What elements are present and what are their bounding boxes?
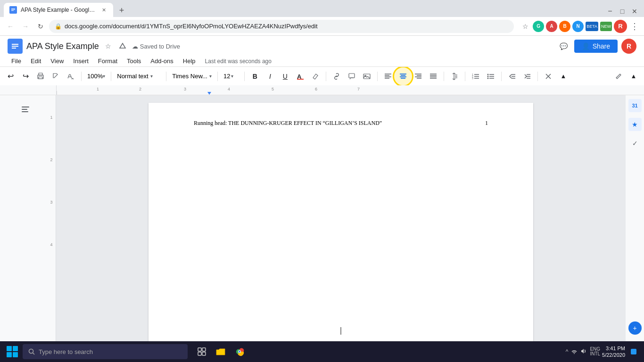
notes-panel-btn[interactable]: ★ — [628, 118, 642, 131]
font-size-select[interactable]: 12 ▾ — [222, 73, 240, 80]
menu-btn[interactable]: ⋮ — [629, 21, 640, 32]
profile-avatar[interactable]: R — [614, 20, 627, 33]
chrome-btn[interactable] — [231, 343, 248, 360]
increase-indent-btn[interactable] — [520, 70, 534, 83]
align-right-btn[interactable] — [412, 70, 425, 83]
saved-badge: ☁ Saved to Drive — [132, 43, 180, 50]
undo-btn[interactable]: ↩ — [4, 70, 17, 83]
align-center-btn[interactable] — [396, 70, 410, 83]
start-btn[interactable] — [4, 343, 21, 360]
share-button[interactable]: 👤 Share — [574, 40, 618, 53]
star-btn[interactable]: ☆ — [520, 21, 531, 32]
url-bar[interactable]: 🔒 docs.google.com/document/d/1YMTnS_oprE… — [49, 20, 514, 33]
collapse-toolbar-btn[interactable]: ▲ — [627, 70, 640, 83]
minimize-btn[interactable]: − — [604, 6, 616, 17]
refresh-btn[interactable]: ↻ — [34, 20, 47, 33]
menu-file[interactable]: File — [8, 56, 25, 66]
line-spacing-btn[interactable] — [448, 70, 461, 83]
decrease-indent-btn[interactable] — [505, 70, 519, 83]
calendar-panel-btn[interactable]: 31 — [628, 99, 642, 112]
svg-point-77 — [239, 351, 240, 353]
justify-btn[interactable] — [427, 70, 440, 83]
ruler-area: 1 2 3 4 5 6 7 — [0, 86, 644, 95]
file-explorer-btn[interactable] — [212, 343, 229, 360]
task-view-btn[interactable] — [193, 343, 210, 360]
doc-title[interactable]: APA Style Example — [26, 41, 99, 51]
extension-beta[interactable]: BETA — [586, 22, 598, 31]
divider-8 — [444, 72, 444, 81]
back-btn[interactable]: ← — [4, 20, 17, 33]
star-doc-btn[interactable]: ☆ — [103, 41, 114, 52]
more-options-btn[interactable]: ▲ — [557, 70, 570, 83]
menu-format[interactable]: Format — [94, 56, 121, 66]
clock[interactable]: 3:41 PM 5/22/2020 — [602, 345, 625, 359]
italic-btn[interactable]: I — [264, 70, 277, 83]
extension-grammarly[interactable]: G — [533, 21, 544, 32]
spellcheck-btn[interactable] — [64, 70, 77, 83]
tab-favicon — [9, 6, 17, 14]
paint-format-btn[interactable] — [49, 70, 62, 83]
divider-1 — [81, 72, 82, 81]
menu-addons[interactable]: Add-ons — [147, 56, 177, 66]
highlight-btn[interactable] — [309, 70, 322, 83]
tray-volume-icon[interactable] — [580, 348, 587, 356]
docs-title-row: APA Style Example ☆ ☁ Saved to Drive 💬 👤… — [8, 39, 636, 56]
menu-insert[interactable]: Insert — [69, 56, 92, 66]
bold-btn[interactable]: B — [248, 70, 262, 83]
user-avatar[interactable]: R — [621, 39, 636, 54]
windows-logo — [7, 346, 18, 357]
svg-text:7: 7 — [357, 87, 360, 91]
edit-mode-btn[interactable] — [612, 70, 625, 83]
link-btn[interactable] — [330, 70, 343, 83]
underline-btn[interactable]: U — [279, 70, 292, 83]
taskbar-search[interactable]: Type here to search — [23, 344, 188, 359]
floating-action-btn[interactable]: + — [628, 321, 642, 335]
tray-icon-1[interactable]: ^ — [566, 348, 569, 355]
zoom-arrow: ▾ — [103, 74, 105, 79]
tray-network-icon[interactable] — [571, 348, 578, 356]
svg-text:6: 6 — [315, 87, 317, 91]
text-color-btn[interactable]: A — [294, 70, 307, 83]
svg-text:2: 2 — [139, 87, 141, 91]
style-select[interactable]: Normal text ▾ — [115, 73, 162, 80]
doc-page-area[interactable]: Running head: THE DUNNING-KRUGER EFFECT … — [57, 95, 625, 342]
tasks-panel-btn[interactable]: ✓ — [628, 137, 642, 150]
print-btn[interactable] — [34, 70, 47, 83]
svg-point-43 — [487, 75, 488, 77]
taskbar-right: ^ ENGINTL 3:41 PM 5/22/2020 — [566, 345, 640, 359]
redo-btn[interactable]: ↪ — [19, 70, 32, 83]
clear-format-btn[interactable] — [542, 70, 555, 83]
text-cursor-area[interactable] — [341, 327, 341, 335]
zoom-select[interactable]: 100% ▾ — [85, 73, 107, 80]
svg-rect-12 — [297, 79, 304, 80]
svg-text:1: 1 — [97, 87, 99, 91]
extension-adblock1[interactable]: A — [546, 21, 557, 32]
new-tab-btn[interactable]: + — [115, 4, 128, 17]
outline-toggle[interactable] — [21, 105, 30, 116]
close-btn[interactable]: ✕ — [629, 6, 640, 17]
extension-new[interactable]: NEW — [600, 22, 612, 31]
tray-language[interactable]: ENGINTL — [590, 347, 600, 356]
active-tab[interactable]: APA Style Example - Google Doc... ✕ — [4, 3, 113, 17]
tab-close-btn[interactable]: ✕ — [100, 6, 107, 14]
extension-3[interactable]: N — [572, 21, 584, 32]
bullet-list-btn[interactable] — [484, 70, 497, 83]
comment-btn[interactable] — [345, 70, 358, 83]
numbered-list-btn[interactable]: 123 — [469, 70, 482, 83]
doc-page[interactable]: Running head: THE DUNNING-KRUGER EFFECT … — [149, 103, 533, 342]
style-value: Normal text — [117, 73, 148, 80]
menu-tools[interactable]: Tools — [123, 56, 145, 66]
divider-6 — [326, 72, 326, 81]
menu-edit[interactable]: Edit — [27, 56, 45, 66]
menu-help[interactable]: Help — [179, 56, 199, 66]
notification-btn[interactable] — [627, 345, 640, 358]
font-select[interactable]: Times New... ▾ — [170, 73, 214, 80]
gdrive-btn[interactable] — [117, 41, 128, 52]
extension-adblock2[interactable]: B — [559, 21, 570, 32]
comments-btn[interactable]: 💬 — [557, 40, 570, 53]
page-number: 1 — [485, 120, 488, 127]
image-btn[interactable] — [360, 70, 373, 83]
menu-view[interactable]: View — [47, 56, 67, 66]
forward-btn[interactable]: → — [19, 20, 32, 33]
maximize-btn[interactable]: □ — [617, 6, 628, 17]
